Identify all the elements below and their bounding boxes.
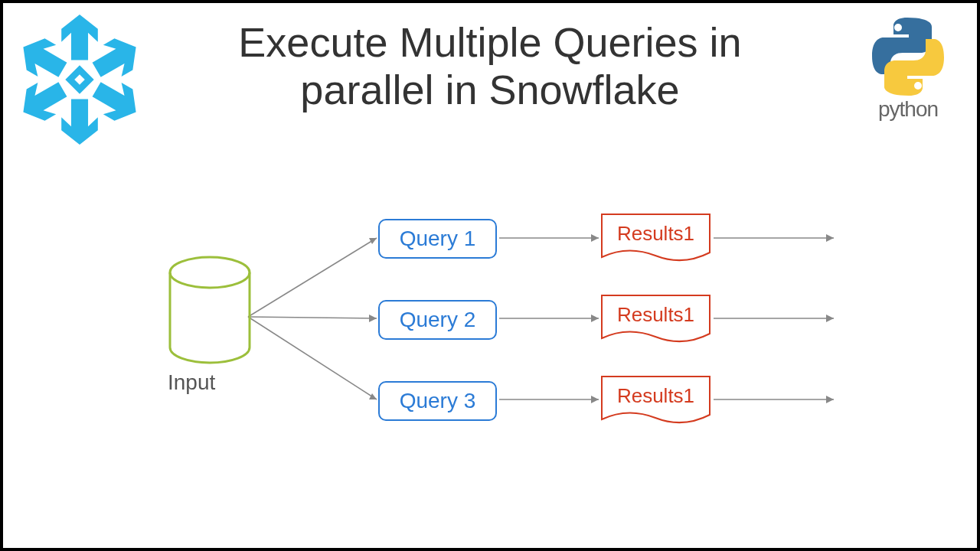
svg-marker-15: [826, 315, 834, 322]
query-box-2: Query 2: [378, 300, 497, 340]
python-logo: python: [866, 15, 950, 122]
title-line-2: parallel in Snowflake: [300, 67, 679, 112]
svg-line-2: [248, 317, 377, 318]
python-label: python: [866, 97, 950, 122]
input-database-icon: [164, 256, 256, 373]
title-line-1: Execute Multiple Queries in: [238, 19, 741, 65]
svg-marker-11: [591, 396, 599, 403]
svg-line-0: [248, 238, 377, 317]
results-box-1: Results1: [600, 213, 711, 262]
results-label-3: Results1: [600, 384, 711, 408]
results-label-1: Results1: [600, 222, 711, 246]
python-icon: [866, 15, 950, 99]
query-box-3: Query 3: [378, 381, 497, 421]
results-box-3: Results1: [600, 375, 711, 424]
svg-marker-13: [826, 234, 834, 242]
svg-marker-1: [369, 238, 377, 244]
query-box-1: Query 1: [378, 219, 497, 259]
input-label: Input: [168, 370, 215, 395]
snowflake-logo-icon: [15, 15, 145, 148]
svg-marker-17: [826, 396, 834, 403]
page-title: Execute Multiple Queries in parallel in …: [184, 18, 796, 113]
svg-marker-3: [369, 315, 377, 322]
svg-marker-7: [591, 234, 599, 242]
svg-marker-9: [591, 315, 599, 322]
svg-marker-5: [369, 393, 377, 399]
svg-point-18: [170, 257, 250, 288]
diagram-container: Input Query 1 Query 2 Query 3 Results1 R…: [141, 202, 861, 523]
results-box-2: Results1: [600, 294, 711, 343]
results-label-2: Results1: [600, 303, 711, 327]
svg-line-4: [248, 317, 377, 399]
